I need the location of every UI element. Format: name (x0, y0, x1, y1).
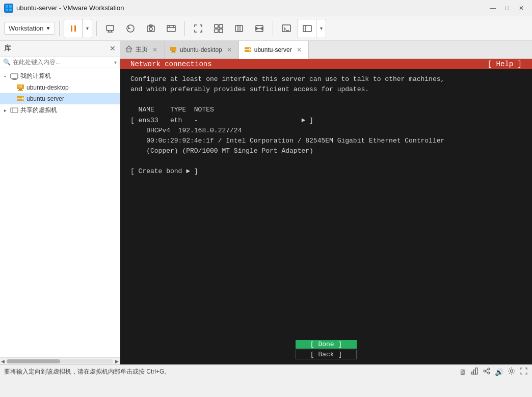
power-dropdown-button[interactable]: ▾ (83, 19, 92, 38)
status-icon-network[interactable] (470, 367, 478, 377)
tab-server-icon (244, 46, 251, 53)
console-body: Configure at least one interface this se… (120, 69, 532, 364)
scroll-left-arrow[interactable]: ◀ (0, 359, 6, 364)
maximize-button[interactable]: □ (500, 2, 514, 15)
app-icon (4, 4, 13, 13)
tree-vm-ubuntu-server[interactable]: ubuntu-server (0, 93, 120, 104)
svg-rect-54 (475, 368, 477, 374)
snapshot-button[interactable] (142, 19, 160, 38)
toolbar-separator-1 (59, 21, 60, 36)
tab-server-close[interactable]: ✕ (295, 46, 303, 54)
svg-point-56 (488, 368, 490, 370)
console-top-bar: Network connections [ Help ] (120, 59, 532, 69)
view-btn-group: ▾ (298, 19, 326, 38)
console-description-1: Configure at least one interface this se… (130, 74, 522, 84)
tab-area: 主页 ✕ ubuntu-desktop ✕ ubuntu-server ✕ Ne… (120, 41, 532, 364)
revert-snapshot-button[interactable] (121, 19, 140, 38)
tab-ubuntu-desktop-label: ubuntu-desktop (180, 46, 222, 53)
console-adapter-line: (Copper) (PRO/1000 MT Single Port Adapte… (130, 146, 522, 156)
svg-point-51 (249, 50, 250, 51)
toolbar-separator-3 (184, 21, 185, 36)
svg-rect-44 (127, 49, 131, 52)
fit-button[interactable] (298, 19, 316, 38)
tab-desktop-icon (170, 46, 177, 53)
status-icon-share[interactable] (483, 367, 491, 377)
done-button[interactable]: [ Done ] (296, 340, 357, 349)
status-icon-display[interactable]: 🖥 (459, 368, 466, 376)
status-icon-settings[interactable] (508, 367, 516, 377)
tab-ubuntu-server-label: ubuntu-server (254, 46, 292, 53)
svg-line-58 (486, 370, 488, 371)
svg-point-60 (511, 370, 513, 373)
tab-ubuntu-server[interactable]: ubuntu-server ✕ (239, 41, 309, 59)
tabs-bar: 主页 ✕ ubuntu-desktop ✕ ubuntu-server ✕ (120, 41, 532, 59)
snapshot-manager-button[interactable] (162, 19, 180, 38)
console-mac-line: 00:0c:29:92:4e:1f / Intel Corporation / … (130, 136, 522, 146)
workstation-menu-button[interactable]: Workstation ▼ (4, 22, 55, 35)
scroll-right-arrow[interactable]: ▶ (114, 359, 120, 364)
tree-shared-vms[interactable]: ▸ 共享的虚拟机 (0, 104, 120, 116)
svg-point-40 (22, 97, 23, 98)
sidebar-close-button[interactable]: ✕ (110, 44, 116, 52)
tab-home-close[interactable]: ✕ (151, 46, 159, 54)
console-full: Network connections [ Help ] Configure a… (120, 59, 532, 364)
home-icon (125, 45, 132, 54)
pause-button[interactable] (64, 19, 83, 38)
svg-rect-22 (235, 25, 243, 32)
stretch-button[interactable] (230, 19, 248, 38)
sidebar-tree: ▪ 我的计算机 VM ubuntu-desktop ubuntu-server … (0, 68, 120, 357)
svg-point-50 (249, 48, 250, 49)
full-screen-button[interactable] (189, 19, 207, 38)
search-input[interactable] (13, 59, 112, 66)
console-empty-1 (130, 95, 522, 105)
console-empty-2 (130, 156, 522, 166)
toolbar: Workstation ▼ ▾ (0, 16, 532, 41)
view-dropdown-button[interactable]: ▾ (316, 19, 326, 38)
back-button[interactable]: [ Back ] (296, 350, 357, 359)
autofit-button[interactable] (250, 19, 269, 38)
sidebar: 库 ✕ 🔍 ▾ ▪ 我的计算机 VM ubuntu-desktop (0, 41, 120, 364)
svg-point-12 (149, 27, 152, 31)
expand-icon: ▪ (4, 74, 10, 79)
svg-line-59 (486, 372, 488, 373)
status-icon-fullscreen[interactable] (520, 367, 528, 377)
scrollbar-track[interactable] (7, 359, 113, 363)
tab-home[interactable]: 主页 ✕ (120, 41, 165, 59)
title-bar: ubuntu-server - VMware Workstation — □ ✕ (0, 0, 532, 16)
svg-rect-29 (303, 25, 311, 32)
console-table-header: NAME TYPE NOTES (130, 105, 522, 115)
svg-point-57 (488, 372, 490, 374)
search-dropdown-arrow[interactable]: ▾ (114, 60, 117, 65)
minimize-button[interactable]: — (486, 2, 499, 15)
svg-rect-47 (171, 52, 176, 52)
sidebar-search-bar: 🔍 ▾ (0, 56, 120, 68)
vm-console[interactable]: Network connections [ Help ] Configure a… (120, 59, 532, 364)
tree-my-computer[interactable]: ▪ 我的计算机 (0, 70, 120, 82)
window-controls: — □ ✕ (486, 2, 528, 15)
expand-icon-shared: ▸ (4, 108, 10, 113)
console-help: [ Help ] (488, 60, 522, 68)
svg-rect-35 (19, 89, 22, 90)
toolbar-separator-4 (273, 21, 273, 36)
power-btn-group: ▾ (64, 19, 92, 38)
svg-text:VM: VM (18, 85, 22, 88)
svg-rect-32 (13, 78, 16, 79)
tab-desktop-close[interactable]: ✕ (225, 46, 233, 54)
tree-vm-ubuntu-desktop[interactable]: VM ubuntu-desktop (0, 82, 120, 93)
svg-rect-45 (170, 47, 176, 51)
tab-home-label: 主页 (136, 45, 148, 54)
terminal-button[interactable] (277, 19, 296, 38)
unity-button[interactable] (209, 19, 228, 38)
ubuntu-desktop-label: ubuntu-desktop (26, 84, 69, 91)
tab-ubuntu-desktop[interactable]: ubuntu-desktop ✕ (165, 41, 239, 59)
svg-point-41 (22, 99, 23, 100)
sidebar-header: 库 ✕ (0, 41, 120, 56)
status-icon-sound[interactable]: 🔊 (495, 368, 503, 376)
svg-rect-36 (18, 90, 23, 91)
send-ctrl-alt-del-button[interactable] (101, 19, 119, 38)
close-button[interactable]: ✕ (515, 2, 528, 15)
console-ens33-line: [ ens33 eth - ► ] (130, 116, 522, 126)
svg-rect-33 (12, 79, 17, 80)
console-bottom-area: [ Done ] [ Back ] (120, 340, 532, 364)
console-create-bond: [ Create bond ► ] (130, 166, 522, 177)
